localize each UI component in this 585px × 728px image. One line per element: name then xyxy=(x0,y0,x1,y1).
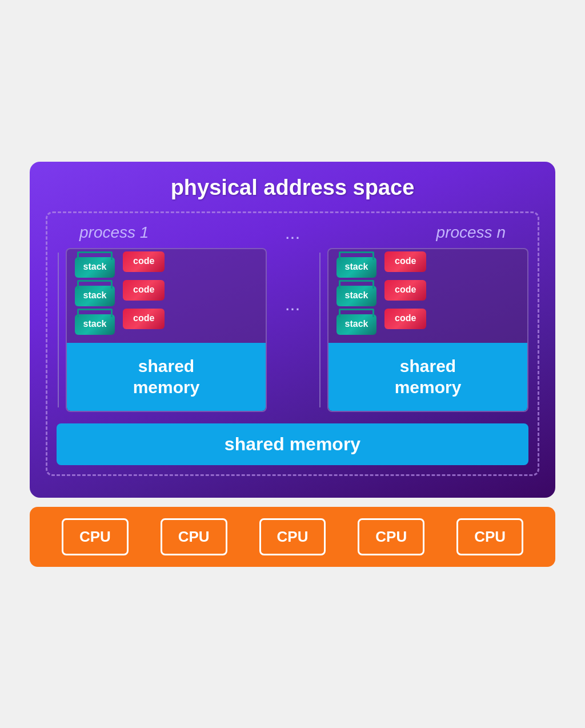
cpu-box-2: CPU xyxy=(161,518,227,555)
shared-memory-bar: shared memory xyxy=(57,423,528,465)
processN-label: process n xyxy=(436,223,506,242)
code-item-n3: code xyxy=(384,309,426,329)
processN-box: stack code stack code stack code sharedm… xyxy=(327,248,528,412)
stack-item-3: stack xyxy=(75,314,115,335)
cpu-box-1: CPU xyxy=(62,518,129,555)
code-item-n2: code xyxy=(384,280,426,301)
thread-row-n1: stack code xyxy=(336,257,519,278)
thread-row-3: stack code xyxy=(75,314,258,335)
stack-item-n3: stack xyxy=(336,314,376,335)
code-item-3: code xyxy=(123,309,165,329)
process1-shared-memory: sharedmemory xyxy=(67,343,266,411)
process1-bracket-group: stack code stack code stack code sharedm xyxy=(57,248,267,412)
process-labels: process 1 ... process n xyxy=(57,222,528,243)
process1-label: process 1 xyxy=(79,223,149,242)
cpu-box-4: CPU xyxy=(358,518,424,555)
thread-row-1: stack code xyxy=(75,257,258,278)
physical-address-space: physical address space process 1 ... pro… xyxy=(30,162,555,498)
stack-item-2: stack xyxy=(75,286,115,306)
stack-item-n1: stack xyxy=(336,257,376,278)
process1-box: stack code stack code stack code sharedm xyxy=(66,248,267,412)
ellipsis-label: ... xyxy=(285,222,300,243)
thread-row-n2: stack code xyxy=(336,286,519,306)
cpu-box-3: CPU xyxy=(259,518,326,555)
physical-inner: process 1 ... process n stack code sta xyxy=(46,211,539,476)
diagram-wrapper: physical address space process 1 ... pro… xyxy=(18,150,567,578)
physical-title: physical address space xyxy=(46,175,539,200)
code-item-n1: code xyxy=(384,251,426,272)
processN-shared-memory: sharedmemory xyxy=(328,343,527,411)
processes-row: stack code stack code stack code sharedm xyxy=(57,248,528,412)
stack-item-n2: stack xyxy=(336,286,376,306)
code-item-2: code xyxy=(123,280,165,301)
cpu-box-5: CPU xyxy=(456,518,523,555)
cpu-section: CPU CPU CPU CPU CPU xyxy=(30,507,555,567)
processN-bracket-group: stack code stack code stack code sharedm… xyxy=(318,248,528,412)
thread-row-n3: stack code xyxy=(336,314,519,335)
code-item-1: code xyxy=(123,251,165,272)
thread-row-2: stack code xyxy=(75,286,258,306)
processes-ellipsis: ... xyxy=(278,248,307,315)
stack-item-1: stack xyxy=(75,257,115,278)
